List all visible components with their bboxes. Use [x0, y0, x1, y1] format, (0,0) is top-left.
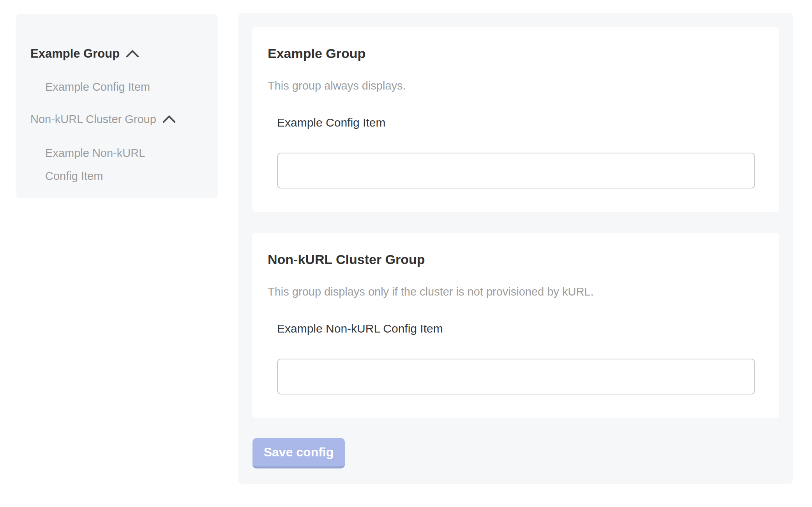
sidebar-group-label: Example Group	[30, 47, 120, 61]
config-sidebar: Example Group Example Config Item Non-kU…	[16, 14, 218, 198]
example-config-item-input[interactable]	[277, 153, 755, 188]
save-config-button[interactable]: Save config	[252, 438, 345, 468]
group-title: Non-kURL Cluster Group	[268, 252, 425, 267]
group-title: Example Group	[268, 46, 365, 61]
config-group-card-example-group: Example Group This group always displays…	[252, 27, 779, 212]
chevron-up-icon[interactable]	[126, 49, 139, 58]
sidebar-item-example-config-item[interactable]: Example Config Item	[45, 76, 150, 99]
config-group-card-non-kurl-cluster-group: Non-kURL Cluster Group This group displa…	[252, 233, 779, 418]
sidebar-group-label: Non-kURL Cluster Group	[30, 112, 156, 126]
sidebar-group-example-group[interactable]: Example Group	[30, 47, 139, 61]
sidebar-item-example-non-kurl-config-item[interactable]: Example Non-kURL Config Item	[45, 142, 167, 188]
example-non-kurl-config-item-input[interactable]	[277, 359, 755, 394]
config-item-label: Example Config Item	[277, 116, 385, 130]
sidebar-group-non-kurl-cluster-group[interactable]: Non-kURL Cluster Group	[30, 112, 176, 126]
config-panel: Example Group This group always displays…	[238, 13, 793, 484]
chevron-up-icon[interactable]	[162, 115, 176, 123]
group-description: This group always displays.	[268, 79, 406, 92]
config-item-label: Example Non-kURL Config Item	[277, 322, 443, 336]
group-description: This group displays only if the cluster …	[268, 285, 594, 298]
